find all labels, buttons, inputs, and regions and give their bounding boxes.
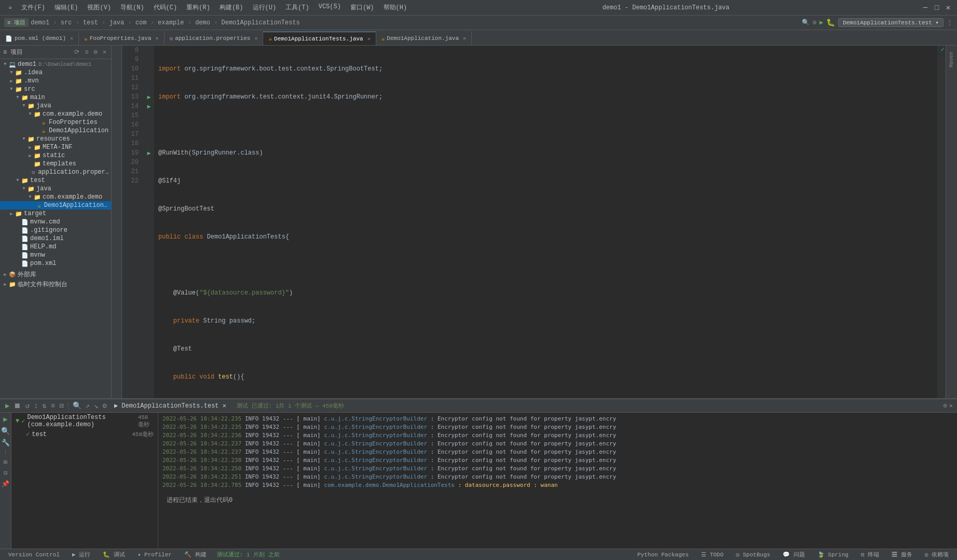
run-export-btn[interactable]: ↗ xyxy=(85,400,91,411)
tree-item-meta-inf[interactable]: ▶ 📁 META-INF xyxy=(0,143,111,151)
tab-main[interactable]: ☕ Demo1Application.java ✕ xyxy=(376,32,472,45)
more-button[interactable]: ⋮ xyxy=(947,19,953,26)
menu-run[interactable]: 运行(U) xyxy=(249,2,281,13)
action-search-icon[interactable]: 🔍 xyxy=(1,427,10,436)
run-sort-btn[interactable]: ↕ xyxy=(33,401,39,411)
tree-item-demo1app[interactable]: ☕ Demo1Application xyxy=(0,127,111,135)
maximize-button[interactable]: □ xyxy=(932,3,941,12)
crumb-demo[interactable]: demo xyxy=(195,19,210,26)
close-button[interactable]: ✕ xyxy=(944,3,953,12)
tree-item-help[interactable]: 📄 HELP.md xyxy=(0,243,111,251)
tab-close-app[interactable]: ✕ xyxy=(254,35,257,41)
status-version-control[interactable]: Version Control xyxy=(4,552,64,558)
status-problems[interactable]: 💬 问题 xyxy=(778,551,809,558)
sidebar-hide-btn[interactable]: ✕ xyxy=(101,48,108,57)
status-build[interactable]: 🔨 构建 xyxy=(180,551,211,558)
menu-build[interactable]: 构建(B) xyxy=(215,2,248,13)
menu-refactor[interactable]: 重构(R) xyxy=(182,2,214,13)
run-search-btn[interactable]: 🔍 xyxy=(72,400,83,411)
tree-item-external[interactable]: ▶ 📦 外部库 xyxy=(0,270,111,279)
run-import-btn[interactable]: ↘ xyxy=(93,400,99,411)
tree-item-package[interactable]: ▼ 📁 com.example.demo xyxy=(0,110,111,118)
tree-item-appprops[interactable]: ⚙ application.properties xyxy=(0,168,111,176)
tree-item-iml[interactable]: 📄 demo1.iml xyxy=(0,234,111,243)
crumb-example[interactable]: example xyxy=(158,19,184,26)
log-output-panel[interactable]: 2022-05-26 10:34:22.235 INFO 19432 --- [… xyxy=(158,413,957,549)
status-debug[interactable]: 🐛 调试 xyxy=(99,551,129,558)
status-profiler[interactable]: ✦ Profiler xyxy=(133,551,176,558)
run-gutter-13[interactable]: ▶ xyxy=(147,93,151,101)
run-stop-btn[interactable]: ⏹ xyxy=(12,401,22,411)
run-config-selector[interactable]: Demo1ApplicationTests.test ▾ xyxy=(838,18,944,27)
run-expand-btn[interactable]: ≡ xyxy=(50,401,56,411)
sidebar-collapse-btn[interactable]: ≡ xyxy=(83,48,90,57)
tree-item-gitignore[interactable]: 📄 .gitignore xyxy=(0,226,111,234)
status-todo[interactable]: ☰ TODO xyxy=(697,551,728,558)
tree-item-main[interactable]: ▼ 📁 main xyxy=(0,93,111,102)
run-sort2-btn[interactable]: ⇅ xyxy=(41,400,47,411)
status-python-packages[interactable]: Python Packages xyxy=(633,552,693,558)
menu-bar[interactable]: ☕ 文件(F) 编辑(E) 视图(V) 导航(N) 代码(C) 重构(R) 构建… xyxy=(4,2,411,13)
tab-pom[interactable]: 📄 pom.xml (demo1) ✕ xyxy=(0,32,79,45)
test-suite-item[interactable]: ▼ ✓ Demo1ApplicationTests (com.example.d… xyxy=(11,413,158,429)
menu-tools[interactable]: 工具(T) xyxy=(281,2,313,13)
tab-close-foo[interactable]: ✕ xyxy=(156,35,159,41)
search-button[interactable]: 🔍 xyxy=(802,19,810,26)
action-history-icon[interactable]: ⊟ xyxy=(4,469,7,477)
action-diff-icon[interactable]: ⊞ xyxy=(4,458,7,466)
tab-close-tests[interactable]: ✕ xyxy=(367,36,371,42)
status-dependencies[interactable]: ◎ 依赖项 xyxy=(921,551,953,558)
status-run[interactable]: ▶ 运行 xyxy=(68,551,94,558)
run-settings-btn[interactable]: ⚙ xyxy=(101,400,107,411)
run-gutter-14[interactable]: ▶ xyxy=(147,103,151,110)
crumb-test[interactable]: test xyxy=(83,19,98,26)
status-spring[interactable]: 🍃 Spring xyxy=(813,551,853,558)
action-wrench-icon[interactable]: 🔧 xyxy=(2,439,10,447)
code-content[interactable]: import org.springframework.boot.test.con… xyxy=(154,46,937,398)
status-terminal[interactable]: ⊟ 终端 xyxy=(857,551,883,558)
run-rerun-btn[interactable]: ↺ xyxy=(24,400,30,411)
menu-help[interactable]: 帮助(H) xyxy=(379,2,412,13)
run-collapse-btn[interactable]: ⊟ xyxy=(58,400,64,411)
maven-tab[interactable]: Maven xyxy=(949,50,954,69)
tab-tests[interactable]: ☕ Demo1ApplicationTests.java ✕ xyxy=(263,32,376,45)
tree-item-scratch[interactable]: ▶ 📁 临时文件和控制台 xyxy=(0,279,111,289)
tree-item-pom[interactable]: 📄 pom.xml xyxy=(0,259,111,268)
run-button[interactable]: ▶ xyxy=(819,19,823,26)
tree-item-static[interactable]: ▶ 📁 static xyxy=(0,151,111,160)
menu-vcs[interactable]: VCS(S) xyxy=(315,2,345,13)
tree-item-mvnw[interactable]: 📄 mvnw xyxy=(0,251,111,259)
tree-item-mvnwcmd[interactable]: 📄 mvnw.cmd xyxy=(0,218,111,226)
settings-icon[interactable]: ⚙ xyxy=(944,402,947,410)
tree-item-target[interactable]: ▶ 📁 target xyxy=(0,209,111,218)
tree-item-package-test[interactable]: ▼ 📁 com.example.demo xyxy=(0,193,111,201)
menu-window[interactable]: 窗口(W) xyxy=(346,2,378,13)
action-run-icon[interactable]: ▶ xyxy=(3,415,7,424)
menu-code[interactable]: 代码(C) xyxy=(149,2,182,13)
crumb-src[interactable]: src xyxy=(61,19,72,26)
tree-item-idea[interactable]: ▼ 📁 .idea xyxy=(0,68,111,77)
tab-app[interactable]: ⚙ application.properties ✕ xyxy=(165,32,264,45)
menu-view[interactable]: 视图(V) xyxy=(83,2,115,13)
menu-edit[interactable]: 编辑(E) xyxy=(50,2,83,13)
tree-item-templates[interactable]: 📁 templates xyxy=(0,160,111,168)
tree-item-mvn[interactable]: ▶ 📁 .mvn xyxy=(0,77,111,85)
tree-item-demo1tests[interactable]: ☕ Demo1ApplicationTest xyxy=(0,201,111,209)
tree-item-resources[interactable]: ▼ 📁 resources xyxy=(0,135,111,143)
tree-item-test[interactable]: ▼ 📁 test xyxy=(0,176,111,185)
menu-file[interactable]: 文件(F) xyxy=(17,2,49,13)
tree-item-demo1[interactable]: ▼ 💻 demo1 D:\Download\demo1 xyxy=(0,60,111,68)
crumb-com[interactable]: com xyxy=(135,19,147,26)
tab-close-pom[interactable]: ✕ xyxy=(70,35,73,41)
settings-button[interactable]: ⚙ xyxy=(813,19,816,26)
crumb-demo1[interactable]: demo1 xyxy=(31,19,49,26)
tree-item-src[interactable]: ▼ 📁 src xyxy=(0,85,111,93)
close-panel-btn[interactable]: ✕ xyxy=(949,402,953,410)
sidebar-sync-btn[interactable]: ⟳ xyxy=(73,48,81,57)
action-pin-icon[interactable]: 📌 xyxy=(2,480,9,488)
tab-foo[interactable]: ☕ FooProperties.java ✕ xyxy=(79,32,164,45)
status-services[interactable]: ☰ 服务 xyxy=(887,551,917,558)
minimize-button[interactable]: ─ xyxy=(921,3,930,12)
tree-item-foo[interactable]: ☕ FooProperties xyxy=(0,118,111,127)
status-spotbugs[interactable]: ◎ SpotBugs xyxy=(732,551,774,558)
